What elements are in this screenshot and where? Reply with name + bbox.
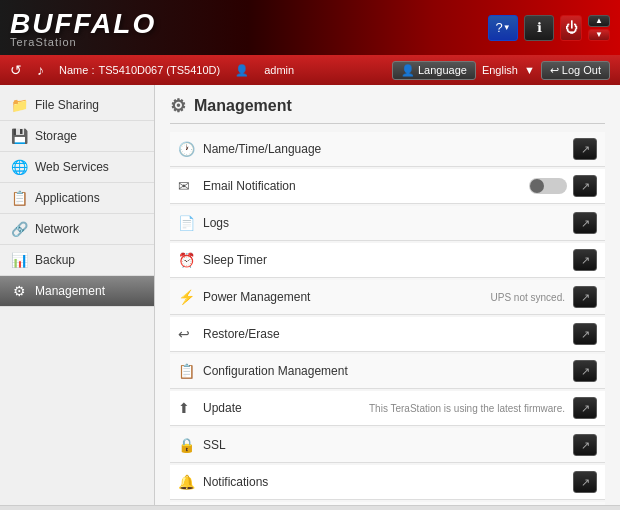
up-button[interactable]: ▲ <box>588 15 610 27</box>
mgmt-item-label: Email Notification <box>198 179 529 193</box>
mgmt-item: ⏰ Sleep Timer ↗ <box>170 243 605 278</box>
language-value: English <box>482 64 518 76</box>
sidebar-item-label: Applications <box>35 191 100 205</box>
mgmt-action-button[interactable]: ↗ <box>573 397 597 419</box>
mgmt-item-icon: 🔔 <box>178 474 198 490</box>
mgmt-action-button[interactable]: ↗ <box>573 360 597 382</box>
sidebar-icon: 🌐 <box>10 159 28 175</box>
sidebar-item-backup[interactable]: 📊 Backup <box>0 245 154 276</box>
sidebar-icon: 💾 <box>10 128 28 144</box>
mgmt-item-icon: 🔒 <box>178 437 198 453</box>
mgmt-item-icon: 📄 <box>178 215 198 231</box>
down-button[interactable]: ▼ <box>588 29 610 41</box>
logo-area: BUFFALO TeraStation <box>10 8 156 48</box>
mgmt-item: 🔔 Notifications ↗ <box>170 465 605 500</box>
footer: Copyright © 2016 Buffalo Inc. <box>0 505 620 510</box>
mgmt-item: ✉ Email Notification ↗ <box>170 169 605 204</box>
mgmt-item-label: Logs <box>198 216 573 230</box>
name-label: Name : <box>59 64 94 76</box>
mgmt-item: ⬆ Update This TeraStation is using the l… <box>170 391 605 426</box>
device-name: TS5410D067 (TS5410D) <box>98 64 220 76</box>
mgmt-item: ↩ Restore/Erase ↗ <box>170 317 605 352</box>
mgmt-item: ⚡ Power Management UPS not synced. ↗ <box>170 280 605 315</box>
sidebar-item-management[interactable]: ⚙ Management <box>0 276 154 307</box>
mgmt-item: 📋 Configuration Management ↗ <box>170 354 605 389</box>
logout-label: Log Out <box>562 64 601 76</box>
sidebar-item-applications[interactable]: 📋 Applications <box>0 183 154 214</box>
mgmt-note: This TeraStation is using the latest fir… <box>369 403 565 414</box>
mgmt-item-icon: ⏰ <box>178 252 198 268</box>
mgmt-item: 🔒 SSL ↗ <box>170 428 605 463</box>
management-title-icon: ⚙ <box>170 95 186 117</box>
header: BUFFALO TeraStation ? ▼ ℹ ⏻ ▲ ▼ <box>0 0 620 55</box>
sidebar-icon: 📁 <box>10 97 28 113</box>
logout-icon: ↩ <box>550 64 559 77</box>
mgmt-action-button[interactable]: ↗ <box>573 434 597 456</box>
management-items: 🕐 Name/Time/Language ↗ ✉ Email Notificat… <box>170 132 605 505</box>
mgmt-item-icon: 📋 <box>178 363 198 379</box>
music-icon: ♪ <box>37 62 44 78</box>
mgmt-action-button[interactable]: ↗ <box>573 471 597 493</box>
toolbar-right: 👤 Language English ▼ ↩ Log Out <box>392 61 610 80</box>
logo-terastation: TeraStation <box>10 36 156 48</box>
mgmt-item-label: Notifications <box>198 475 573 489</box>
refresh-icon[interactable]: ↺ <box>10 62 22 78</box>
mgmt-item: 🔑 Boot Authentication ↗ <box>170 502 605 505</box>
sidebar-item-label: Management <box>35 284 105 298</box>
toolbar: ↺ ♪ Name : TS5410D067 (TS5410D) 👤 admin … <box>0 55 620 85</box>
mgmt-item-icon: ⚡ <box>178 289 198 305</box>
user-icon: 👤 <box>235 64 249 77</box>
sidebar-icon: 📋 <box>10 190 28 206</box>
mgmt-item-icon: ↩ <box>178 326 198 342</box>
mgmt-item-icon: 🕐 <box>178 141 198 157</box>
mgmt-item-label: SSL <box>198 438 573 452</box>
dropdown-icon: ▼ <box>503 23 511 32</box>
lang-dropdown-icon: ▼ <box>524 64 535 76</box>
info-button[interactable]: ℹ <box>524 15 554 41</box>
content-title-text: Management <box>194 97 292 115</box>
sidebar-item-label: Backup <box>35 253 75 267</box>
sidebar-item-label: File Sharing <box>35 98 99 112</box>
sidebar-item-network[interactable]: 🔗 Network <box>0 214 154 245</box>
language-label: Language <box>418 64 467 76</box>
toggle-switch[interactable] <box>529 178 567 194</box>
power-button[interactable]: ⏻ <box>560 15 582 41</box>
sidebar-icon: 📊 <box>10 252 28 268</box>
sidebar: 📁 File Sharing 💾 Storage 🌐 Web Services … <box>0 85 155 505</box>
mgmt-item-label: Sleep Timer <box>198 253 573 267</box>
header-buttons: ? ▼ ℹ ⏻ ▲ ▼ <box>488 15 610 41</box>
sidebar-item-label: Web Services <box>35 160 109 174</box>
main-layout: 📁 File Sharing 💾 Storage 🌐 Web Services … <box>0 85 620 505</box>
sidebar-icon: 🔗 <box>10 221 28 237</box>
help-button[interactable]: ? ▼ <box>488 15 518 41</box>
mgmt-item-icon: ⬆ <box>178 400 198 416</box>
mgmt-action-button[interactable]: ↗ <box>573 323 597 345</box>
content-area: ⚙ Management 🕐 Name/Time/Language ↗ ✉ Em… <box>155 85 620 505</box>
sidebar-item-file-sharing[interactable]: 📁 File Sharing <box>0 90 154 121</box>
mgmt-action-button[interactable]: ↗ <box>573 138 597 160</box>
info-icon: ℹ <box>537 20 542 35</box>
mgmt-item-label: Configuration Management <box>198 364 573 378</box>
mgmt-action-button[interactable]: ↗ <box>573 175 597 197</box>
mgmt-action-button[interactable]: ↗ <box>573 286 597 308</box>
power-icon: ⏻ <box>565 20 578 35</box>
mgmt-action-button[interactable]: ↗ <box>573 212 597 234</box>
sidebar-item-label: Storage <box>35 129 77 143</box>
username: admin <box>264 64 294 76</box>
sidebar-item-label: Network <box>35 222 79 236</box>
help-icon: ? <box>495 20 502 35</box>
language-button[interactable]: 👤 Language <box>392 61 476 80</box>
mgmt-item-icon: ✉ <box>178 178 198 194</box>
mgmt-note: UPS not synced. <box>491 292 565 303</box>
mgmt-action-button[interactable]: ↗ <box>573 249 597 271</box>
sidebar-item-storage[interactable]: 💾 Storage <box>0 121 154 152</box>
sidebar-icon: ⚙ <box>10 283 28 299</box>
sidebar-item-web-services[interactable]: 🌐 Web Services <box>0 152 154 183</box>
mgmt-item-label: Name/Time/Language <box>198 142 573 156</box>
logout-button[interactable]: ↩ Log Out <box>541 61 610 80</box>
mgmt-item-label: Update <box>198 401 369 415</box>
content-title: ⚙ Management <box>170 95 605 124</box>
mgmt-item: 🕐 Name/Time/Language ↗ <box>170 132 605 167</box>
mgmt-item-label: Power Management <box>198 290 491 304</box>
device-name-area: Name : TS5410D067 (TS5410D) <box>59 64 220 76</box>
